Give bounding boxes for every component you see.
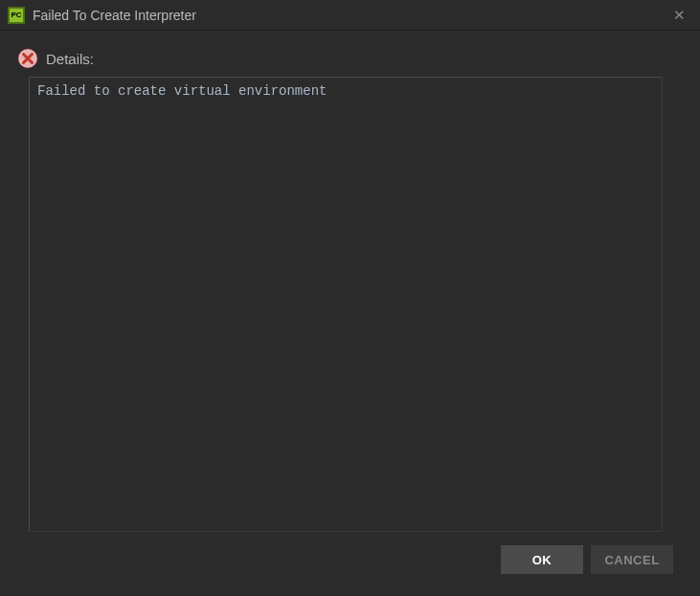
details-label: Details: (46, 51, 94, 67)
details-header: Details: (19, 48, 681, 69)
error-message-box[interactable]: Failed to create virtual environment (29, 77, 663, 532)
cancel-button[interactable]: CANCEL (591, 545, 673, 574)
dialog-content: Details: Failed to create virtual enviro… (0, 31, 700, 532)
window-title: Failed To Create Interpreter (33, 8, 196, 23)
close-button[interactable]: ✕ (669, 6, 689, 25)
error-icon (17, 48, 38, 69)
ok-button[interactable]: OK (501, 545, 583, 574)
close-icon: ✕ (673, 7, 686, 24)
button-bar: OK CANCEL (0, 532, 700, 574)
titlebar: PC Failed To Create Interpreter ✕ (0, 0, 700, 31)
app-icon: PC (8, 7, 25, 24)
